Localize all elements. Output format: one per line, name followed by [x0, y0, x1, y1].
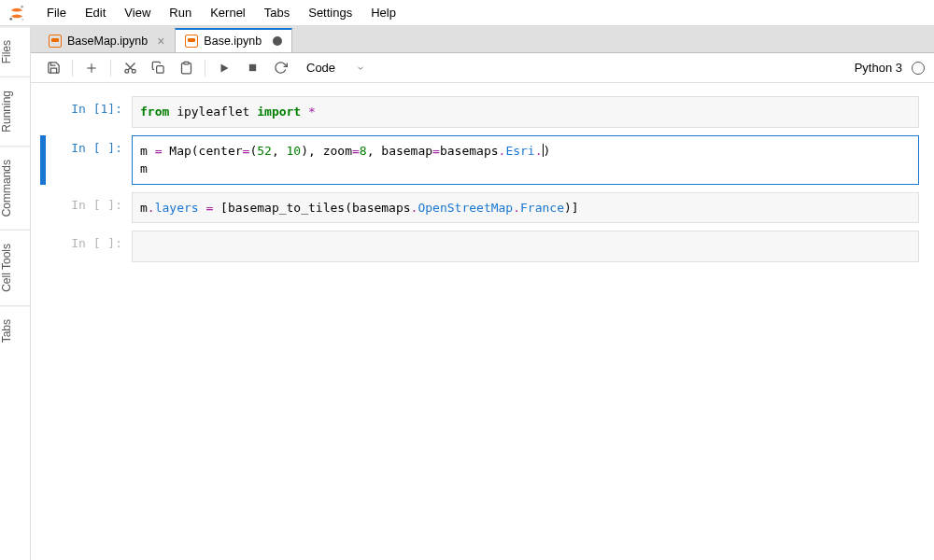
- code-cell[interactable]: In [1]:from ipyleaflet import *: [40, 96, 919, 128]
- menu-edit[interactable]: Edit: [76, 3, 115, 22]
- code-token: m: [140, 201, 148, 215]
- code-token: 8: [360, 144, 367, 158]
- cell-input[interactable]: m.layers = [basemap_to_tiles(basemaps.Op…: [132, 192, 919, 224]
- celltype-select[interactable]: Code: [299, 58, 373, 78]
- left-sidebar: FilesRunningCommandsCell ToolsTabs: [0, 26, 31, 560]
- cell-prompt: In [1]:: [48, 96, 132, 128]
- toolbar-separator: [72, 60, 73, 77]
- copy-button[interactable]: [145, 57, 171, 79]
- cell-body: m = Map(center=(52, 10), zoom=8, basemap…: [132, 135, 919, 185]
- app-root: FileEditViewRunKernelTabsSettingsHelp Fi…: [0, 0, 934, 560]
- restart-button[interactable]: [267, 57, 293, 79]
- code-token: layers: [155, 201, 199, 215]
- interrupt-button[interactable]: [239, 57, 265, 79]
- code-token: m: [140, 144, 155, 158]
- code-token: [basemap_to_tiles(basemaps: [213, 201, 410, 215]
- sidebar-tab-files[interactable]: Files: [0, 26, 30, 77]
- notebook-icon: [185, 35, 198, 48]
- cell-input[interactable]: m = Map(center=(52, 10), zoom=8, basemap…: [132, 135, 919, 185]
- code-token: ipyleaflet: [169, 105, 257, 119]
- cell-gutter: [40, 192, 46, 224]
- code-token: .: [148, 201, 155, 215]
- kernel-name[interactable]: Python 3: [855, 61, 902, 75]
- tab-bar: BaseMap.ipynb×Base.ipynb: [31, 26, 934, 53]
- code-cell[interactable]: In [ ]:m = Map(center=(52, 10), zoom=8, …: [40, 135, 919, 185]
- run-button[interactable]: [211, 57, 237, 79]
- code-token: )]: [564, 201, 579, 215]
- notebook-panel[interactable]: In [1]:from ipyleaflet import *In [ ]:m …: [31, 83, 934, 560]
- code-token: import: [257, 105, 301, 119]
- code-token: OpenStreetMap: [417, 201, 513, 215]
- code-token: 52: [257, 144, 272, 158]
- toolbar-separator: [205, 60, 205, 77]
- svg-point-1: [9, 17, 12, 20]
- code-token: basemaps: [440, 144, 499, 158]
- main-area: FilesRunningCommandsCell ToolsTabs BaseM…: [0, 26, 934, 560]
- dirty-indicator-icon: [273, 36, 282, 46]
- chevron-down-icon: [356, 63, 365, 73]
- code-token: =: [352, 144, 360, 158]
- code-token: [301, 105, 308, 119]
- sidebar-tab-running[interactable]: Running: [0, 77, 30, 146]
- file-tab[interactable]: BaseMap.ipynb×: [38, 28, 175, 52]
- svg-point-0: [21, 5, 23, 7]
- code-token: ), zoom: [301, 144, 352, 158]
- tab-label: Base.ipynb: [204, 35, 262, 48]
- code-token: 10: [287, 144, 302, 158]
- file-tab[interactable]: Base.ipynb: [175, 28, 292, 52]
- code-cell[interactable]: In [ ]:: [40, 231, 919, 262]
- menu-view[interactable]: View: [115, 3, 160, 22]
- cell-prompt: In [ ]:: [48, 135, 132, 185]
- cell-prompt: In [ ]:: [48, 231, 132, 262]
- notebook-toolbar: Code Python 3: [31, 53, 934, 83]
- code-token: Map(center: [162, 144, 242, 158]
- toolbar-separator: [110, 60, 111, 77]
- cell-prompt: In [ ]:: [48, 192, 132, 224]
- cell-body: [132, 231, 919, 262]
- code-token: *: [308, 105, 316, 119]
- cell-body: from ipyleaflet import *: [132, 96, 919, 128]
- jupyter-logo: [7, 4, 26, 22]
- code-token: France: [520, 201, 564, 215]
- sidebar-tab-tabs[interactable]: Tabs: [0, 305, 30, 356]
- menu-file[interactable]: File: [37, 3, 76, 22]
- cell-gutter: [40, 231, 46, 262]
- code-token: .: [535, 144, 543, 158]
- code-token: from: [140, 105, 169, 119]
- close-icon[interactable]: ×: [157, 35, 164, 48]
- menu-run[interactable]: Run: [160, 3, 201, 22]
- menu-help[interactable]: Help: [361, 3, 405, 22]
- svg-rect-12: [248, 64, 255, 71]
- menu-kernel[interactable]: Kernel: [201, 3, 255, 22]
- svg-point-2: [21, 19, 23, 21]
- sidebar-tab-commands[interactable]: Commands: [0, 146, 30, 230]
- notebook-icon: [49, 35, 62, 48]
- code-cell[interactable]: In [ ]:m.layers = [basemap_to_tiles(base…: [40, 192, 919, 224]
- celltype-label: Code: [306, 61, 335, 75]
- cell-body: m.layers = [basemap_to_tiles(basemaps.Op…: [132, 192, 919, 224]
- cell-gutter: [40, 135, 46, 185]
- code-token: ,: [272, 144, 287, 158]
- cut-button[interactable]: [117, 57, 143, 79]
- cell-input[interactable]: from ipyleaflet import *: [132, 96, 919, 128]
- code-token: =: [432, 144, 440, 158]
- sidebar-tab-cell-tools[interactable]: Cell Tools: [0, 230, 30, 305]
- svg-marker-11: [221, 63, 229, 72]
- menu-settings[interactable]: Settings: [299, 3, 361, 22]
- kernel-status-icon[interactable]: [912, 62, 925, 75]
- code-token: Esri: [505, 144, 534, 158]
- code-token: .: [513, 201, 520, 215]
- svg-rect-10: [184, 62, 189, 64]
- cell-gutter: [40, 96, 46, 128]
- menu-tabs[interactable]: Tabs: [255, 3, 299, 22]
- cell-input[interactable]: [132, 231, 919, 262]
- tab-label: BaseMap.ipynb: [67, 35, 148, 48]
- svg-rect-9: [156, 66, 163, 74]
- menubar: FileEditViewRunKernelTabsSettingsHelp: [0, 0, 934, 26]
- content-area: BaseMap.ipynb×Base.ipynb: [31, 26, 934, 560]
- code-token: , basemap: [367, 144, 432, 158]
- insert-cell-button[interactable]: [78, 57, 105, 79]
- paste-button[interactable]: [173, 57, 199, 79]
- save-button[interactable]: [40, 57, 66, 79]
